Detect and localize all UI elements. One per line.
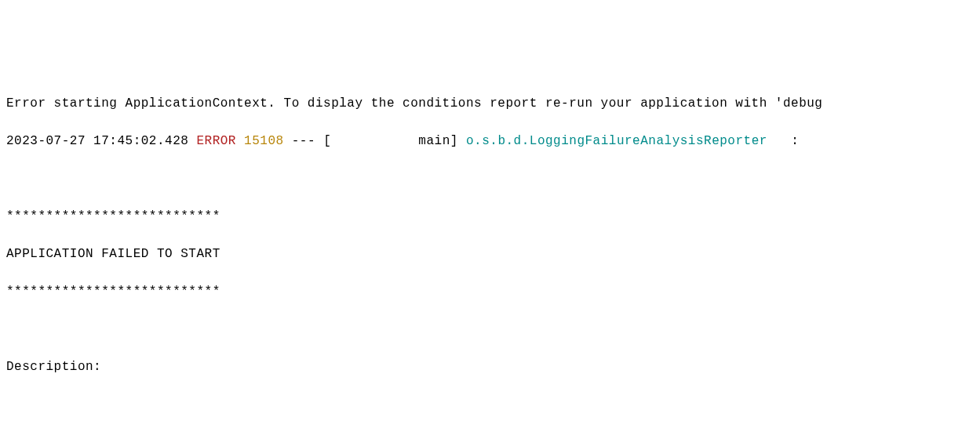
failure-title: APPLICATION FAILED TO START (6, 245, 974, 263)
blank-line (6, 320, 974, 339)
console-output: Error starting ApplicationContext. To di… (0, 75, 980, 428)
log-header-line: 2023-07-27 17:45:02.428 ERROR 15108 --- … (6, 132, 974, 151)
border-top: *************************** (6, 207, 974, 226)
log-end-colon: : (767, 134, 799, 148)
blank-line (6, 169, 974, 188)
thread-name: main (331, 134, 450, 148)
thread-close: ] (450, 134, 458, 148)
log-dashes: --- (292, 134, 315, 148)
log-level: ERROR (196, 134, 236, 148)
context-error-line: Error starting ApplicationContext. To di… (6, 94, 974, 113)
thread-open: [ (323, 134, 331, 148)
logger-name: o.s.b.d.LoggingFailureAnalysisReporter (466, 134, 767, 148)
description-header: Description: (6, 357, 974, 376)
blank-line (6, 395, 974, 414)
log-timestamp: 2023-07-27 17:45:02.428 (6, 134, 188, 148)
log-pid: 15108 (244, 134, 284, 148)
border-bottom: *************************** (6, 282, 974, 301)
